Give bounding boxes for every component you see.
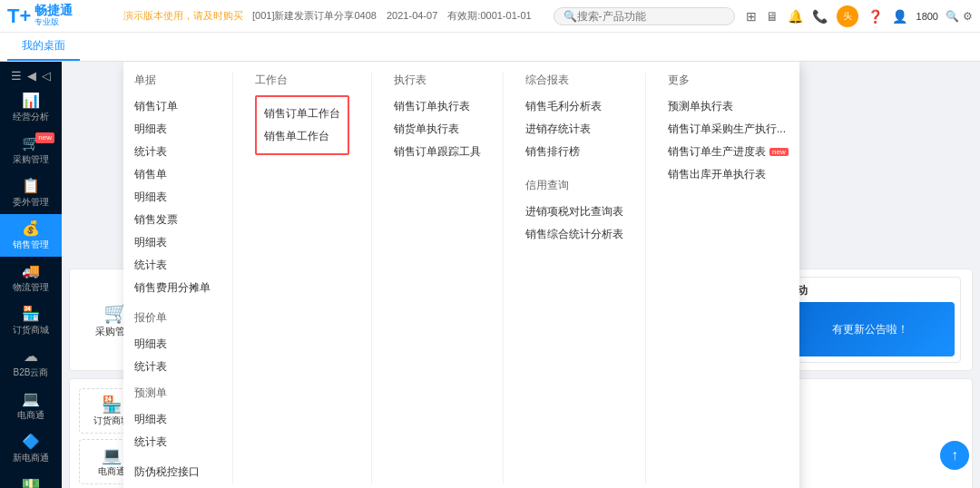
sidebar-item-logistics[interactable]: 🚚 物流管理 bbox=[0, 257, 62, 299]
new-ecommerce-icon: 🔷 bbox=[22, 433, 40, 450]
tab-desktop[interactable]: 我的桌面 bbox=[7, 33, 80, 61]
back-icon[interactable]: ◁ bbox=[42, 69, 51, 83]
activity-title: 活动 bbox=[786, 283, 955, 298]
sidebar-label-outsource: 委外管理 bbox=[13, 196, 49, 209]
outsource-icon: 📋 bbox=[22, 177, 40, 194]
grid-icon[interactable]: ⊞ bbox=[746, 9, 757, 24]
sidebar-item-new-ecommerce[interactable]: 🔷 新电商通 bbox=[0, 427, 62, 470]
dropdown-item-ranking[interactable]: 销售排行榜 bbox=[525, 141, 623, 163]
dropdown-title-execution: 执行表 bbox=[394, 73, 481, 88]
logo: T+ 畅捷通 专业版 bbox=[7, 4, 116, 28]
dropdown-title-reports: 综合报表 bbox=[525, 73, 623, 88]
dropdown-item-tax[interactable]: 防伪税控接口 bbox=[134, 461, 211, 483]
separator-2 bbox=[371, 73, 372, 483]
dropdown-title-credit: 信用查询 bbox=[525, 178, 623, 193]
dropdown-item-purchase-production[interactable]: 销售订单采购生产执行... bbox=[668, 118, 789, 141]
new-badge: new bbox=[35, 132, 54, 143]
new-badge-progress: new bbox=[769, 148, 789, 156]
dropdown-menu: 单据 销售订单 明细表 统计表 销售单 明细表 销售发票 明细表 统计表 销售费… bbox=[123, 62, 799, 488]
sidebar-label-analytics: 经营分析 bbox=[13, 111, 49, 123]
separator-1 bbox=[232, 73, 233, 483]
topbar-icons: ⊞ 🖥 🔔 📞 头 ❓ 👤 1800 bbox=[746, 5, 938, 27]
dropdown-col-workbench: 工作台 销售订单工作台 销售单工作台 bbox=[255, 73, 349, 483]
scroll-top-button[interactable]: ↑ bbox=[940, 441, 969, 470]
dropdown-item-sales-bill-workbench[interactable]: 销售单工作台 bbox=[264, 125, 340, 148]
sidebar-item-outsource[interactable]: 📋 委外管理 bbox=[0, 171, 62, 214]
search-box[interactable]: 🔍 bbox=[554, 7, 735, 25]
dropdown-col-reports: 综合报表 销售毛利分析表 进销存统计表 销售排行榜 信用查询 进销项税对比查询表… bbox=[525, 73, 623, 483]
topbar: T+ 畅捷通 专业版 演示版本使用，请及时购买 [001]新建发票订单分享040… bbox=[0, 0, 980, 33]
dropdown-col-execution: 执行表 销售订单执行表 销货单执行表 销售订单跟踪工具 bbox=[394, 73, 481, 483]
dropdown-item-inventory-stat[interactable]: 进销存统计表 bbox=[525, 118, 623, 141]
dropdown-item-expense[interactable]: 销售费用分摊单 bbox=[134, 277, 211, 299]
user-id: 1800 bbox=[916, 11, 938, 22]
monitor-icon[interactable]: 🖥 bbox=[766, 9, 779, 24]
sidebar-item-analytics[interactable]: 📊 经营分析 bbox=[0, 86, 62, 129]
dropdown-item-sales-invoice[interactable]: 销售发票 bbox=[134, 209, 211, 231]
menu-icon[interactable]: ☰ bbox=[11, 69, 22, 83]
sidebar-item-sales[interactable]: 💰 销售管理 bbox=[0, 214, 62, 257]
separator-4 bbox=[645, 73, 646, 483]
analytics-icon: 📊 bbox=[22, 92, 40, 109]
dropdown-item-sales-order-workbench[interactable]: 销售订单工作台 bbox=[264, 102, 340, 125]
avatar[interactable]: 头 bbox=[837, 5, 858, 27]
sidebar-label-mall: 订货商城 bbox=[13, 324, 49, 337]
activity-panel: 活动 有更新公告啦！ bbox=[779, 277, 961, 363]
b2b-icon: ☁ bbox=[24, 347, 38, 365]
phone-icon[interactable]: 📞 bbox=[812, 9, 828, 24]
dropdown-item-forecast-exec[interactable]: 预测单执行表 bbox=[668, 95, 789, 118]
dropdown-item-quote-stat[interactable]: 统计表 bbox=[134, 356, 211, 378]
dropdown-item-stat1[interactable]: 统计表 bbox=[134, 141, 211, 163]
sidebar-item-purchase[interactable]: new 🛒 采购管理 bbox=[0, 129, 62, 171]
minimize-icon[interactable]: 🔍 bbox=[946, 10, 959, 23]
dropdown-item-forecast-detail[interactable]: 明细表 bbox=[134, 408, 211, 431]
dropdown-title-forecast: 预测单 bbox=[134, 386, 211, 401]
sidebar-item-mall[interactable]: 🏪 订货商城 bbox=[0, 299, 62, 342]
bell-icon[interactable]: 🔔 bbox=[788, 9, 803, 24]
topbar-extra: 🔍 ⚙ bbox=[946, 10, 973, 23]
ecommerce-flow-label: 电商通 bbox=[98, 465, 125, 478]
dropdown-item-profit[interactable]: 销售毛利分析表 bbox=[525, 95, 623, 118]
logo-text: 畅捷通 bbox=[34, 4, 73, 16]
search-icon: 🔍 bbox=[564, 10, 577, 23]
sidebar: ☰ ◀ ◁ 📊 经营分析 new 🛒 采购管理 📋 委外管理 💰 销售管理 🚚 … bbox=[0, 62, 62, 488]
dropdown-item-outbound-exec[interactable]: 销售出库开单执行表 bbox=[668, 163, 789, 186]
dropdown-title-more: 更多 bbox=[668, 73, 789, 88]
cashflow-icon: 💵 bbox=[22, 475, 40, 488]
dropdown-item-exec-order[interactable]: 销售订单执行表 bbox=[394, 95, 481, 118]
mall-icon: 🏪 bbox=[22, 305, 40, 322]
dropdown-item-sales-order[interactable]: 销售订单 bbox=[134, 95, 211, 118]
logo-icon: T+ bbox=[7, 5, 31, 28]
sidebar-item-ecommerce[interactable]: 💻 电商通 bbox=[0, 385, 62, 427]
sidebar-label-purchase: 采购管理 bbox=[13, 153, 49, 166]
dropdown-item-exec-bill[interactable]: 销货单执行表 bbox=[394, 118, 481, 141]
dropdown-item-production-progress-row: 销售订单生产进度表 new bbox=[668, 141, 789, 163]
dropdown-item-sales-bill[interactable]: 销售单 bbox=[134, 163, 211, 186]
help-icon[interactable]: ❓ bbox=[867, 9, 883, 24]
settings-icon[interactable]: ⚙ bbox=[963, 10, 973, 23]
sidebar-item-cashflow[interactable]: 💵 往来现金 bbox=[0, 470, 62, 488]
tabbar: 我的桌面 bbox=[0, 33, 980, 62]
dropdown-item-production-progress[interactable]: 销售订单生产进度表 bbox=[668, 141, 766, 163]
dropdown-item-comprehensive[interactable]: 销售综合统计分析表 bbox=[525, 223, 623, 246]
dropdown-title-workbench: 工作台 bbox=[255, 73, 349, 88]
dropdown-item-detail3[interactable]: 明细表 bbox=[134, 231, 211, 254]
dropdown-item-forecast-stat[interactable]: 统计表 bbox=[134, 431, 211, 454]
separator-3 bbox=[503, 73, 504, 483]
ecommerce-icon: 💻 bbox=[22, 390, 40, 407]
dropdown-title-quote: 报价单 bbox=[134, 310, 211, 326]
user-icon[interactable]: 👤 bbox=[892, 9, 907, 24]
dropdown-item-tax-compare[interactable]: 进销项税对比查询表 bbox=[525, 200, 623, 223]
search-input[interactable] bbox=[577, 10, 722, 23]
dropdown-item-detail2[interactable]: 明细表 bbox=[134, 186, 211, 209]
sidebar-item-b2b[interactable]: ☁ B2B云商 bbox=[0, 342, 62, 385]
collapse-icon[interactable]: ◀ bbox=[27, 69, 36, 83]
dropdown-item-stat2[interactable]: 统计表 bbox=[134, 254, 211, 277]
demo-text: 演示版本使用，请及时购买 bbox=[123, 9, 243, 23]
dropdown-title-documents: 单据 bbox=[134, 73, 211, 88]
dropdown-item-quote-detail[interactable]: 明细表 bbox=[134, 333, 211, 356]
dropdown-item-exec-tool[interactable]: 销售订单跟踪工具 bbox=[394, 141, 481, 163]
sidebar-label-b2b: B2B云商 bbox=[14, 366, 49, 379]
sidebar-label-sales: 销售管理 bbox=[13, 239, 49, 251]
dropdown-item-detail1[interactable]: 明细表 bbox=[134, 118, 211, 141]
